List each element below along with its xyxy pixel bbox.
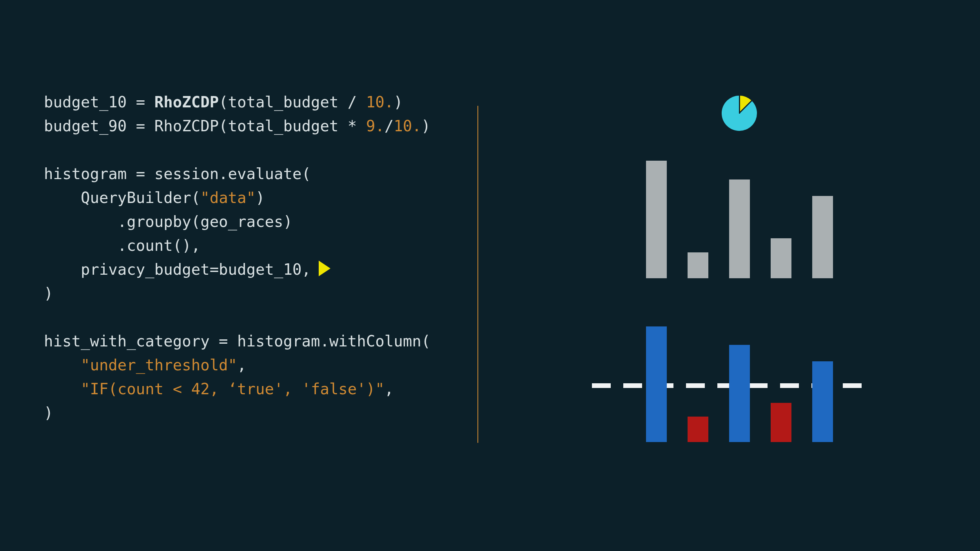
bar	[646, 161, 667, 278]
code-line-5: QueryBuilder("data")	[44, 189, 265, 207]
code-block: budget_10 = RhoZCDP(total_budget / 10.) …	[44, 90, 430, 425]
bar	[729, 345, 750, 442]
bar	[812, 196, 833, 278]
code-line-8: privacy_budget=budget_10,	[44, 261, 330, 278]
code-line-2: budget_90 = RhoZCDP(total_budget * 9./10…	[44, 117, 430, 135]
bar	[771, 238, 791, 278]
code-line-7: .count(),	[44, 237, 200, 254]
play-icon	[319, 261, 330, 276]
bar	[646, 326, 667, 442]
pie-chart	[722, 96, 757, 131]
pie-slice-icon	[722, 96, 757, 131]
bar	[688, 252, 708, 278]
code-line-12: "under_threshold",	[44, 356, 247, 374]
code-line-14: )	[44, 404, 53, 422]
code-line-9: )	[44, 285, 53, 302]
code-line-11: hist_with_category = histogram.withColum…	[44, 332, 430, 350]
code-line-13: "IF(count < 42, ‘true', 'false')",	[44, 380, 394, 398]
code-line-4: histogram = session.evaluate(	[44, 165, 311, 183]
bar	[771, 403, 791, 442]
slide: budget_10 = RhoZCDP(total_budget / 10.) …	[0, 0, 980, 551]
code-line-6: .groupby(geo_races)	[44, 213, 292, 230]
vertical-divider	[477, 106, 478, 443]
bar	[688, 417, 708, 442]
histogram-chart-threshold	[646, 326, 833, 442]
bar	[812, 361, 833, 442]
bar	[729, 179, 750, 278]
histogram-chart-gray	[646, 161, 833, 278]
code-line-1: budget_10 = RhoZCDP(total_budget / 10.)	[44, 93, 403, 111]
